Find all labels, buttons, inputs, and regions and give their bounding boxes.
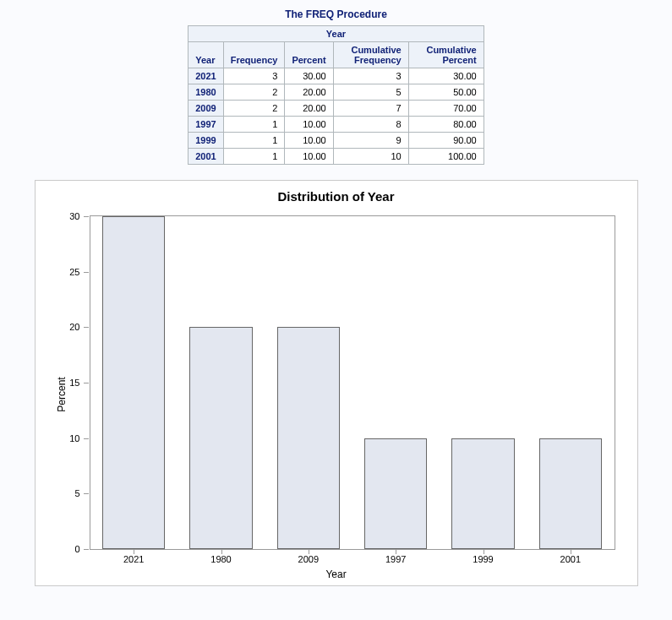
cell-freq: 1 xyxy=(223,117,285,133)
cell-pct: 20.00 xyxy=(285,84,333,101)
table-row: 1999110.00990.00 xyxy=(188,133,484,149)
x-tick-label: 2001 xyxy=(560,554,581,564)
cell-cfreq: 10 xyxy=(333,149,408,165)
cell-freq: 3 xyxy=(223,68,285,84)
y-tick xyxy=(84,493,89,494)
y-tick xyxy=(84,383,89,383)
cell-cpct: 70.00 xyxy=(408,101,484,117)
cell-year: 2021 xyxy=(188,68,223,84)
table-row: 2001110.0010100.00 xyxy=(188,149,484,165)
table-row: 2021330.00330.00 xyxy=(188,68,484,84)
y-axis-label: Percent xyxy=(55,377,67,411)
chart-title: Distribution of Year xyxy=(41,189,632,204)
x-axis-label: Year xyxy=(41,568,632,580)
table-row: 2009220.00770.00 xyxy=(188,101,484,117)
y-tick-label: 20 xyxy=(69,322,79,332)
cell-cpct: 80.00 xyxy=(408,117,484,133)
cell-cfreq: 5 xyxy=(333,84,408,101)
y-tick xyxy=(84,549,89,550)
cell-pct: 10.00 xyxy=(285,117,333,133)
y-tick xyxy=(84,438,89,439)
y-tick xyxy=(84,216,89,217)
chart-body: Percent 05101520253020211980200919971999… xyxy=(41,209,632,580)
y-tick-label: 30 xyxy=(69,211,79,221)
table-caption: Year xyxy=(188,26,484,42)
y-tick-label: 10 xyxy=(69,433,79,443)
table-row: 1997110.00880.00 xyxy=(188,117,484,133)
chart-panel: Distribution of Year Percent 05101520253… xyxy=(35,180,638,586)
col-percent: Percent xyxy=(285,42,333,68)
col-year: Year xyxy=(188,42,223,68)
cell-year: 1980 xyxy=(188,84,223,101)
bar xyxy=(364,438,427,549)
cell-freq: 2 xyxy=(223,84,285,101)
cell-freq: 1 xyxy=(223,133,285,149)
table-row: 1980220.00550.00 xyxy=(188,84,484,101)
freq-table: Year Year Frequency Percent Cumulative F… xyxy=(188,25,484,165)
cell-cpct: 100.00 xyxy=(408,149,484,165)
bar xyxy=(277,327,340,549)
cell-cfreq: 3 xyxy=(333,68,408,84)
plot-area: 051015202530202119802009199719992001 xyxy=(90,215,615,550)
cell-year: 2009 xyxy=(188,101,223,117)
cell-pct: 20.00 xyxy=(285,101,333,117)
bar xyxy=(539,438,602,549)
cell-cfreq: 8 xyxy=(333,117,408,133)
cell-cfreq: 7 xyxy=(333,101,408,117)
y-tick-label: 15 xyxy=(69,378,79,388)
cell-year: 1999 xyxy=(188,133,223,149)
cell-pct: 10.00 xyxy=(285,149,333,165)
cell-pct: 30.00 xyxy=(285,68,333,84)
cell-pct: 10.00 xyxy=(285,133,333,149)
cell-year: 1997 xyxy=(188,117,223,133)
y-tick-label: 5 xyxy=(74,488,79,498)
y-tick xyxy=(84,272,89,273)
cell-year: 2001 xyxy=(188,149,223,165)
cell-cpct: 30.00 xyxy=(408,68,484,84)
x-tick-label: 2021 xyxy=(123,554,144,564)
x-tick-label: 1997 xyxy=(385,554,406,564)
x-tick-label: 1980 xyxy=(210,554,231,564)
x-tick-label: 1999 xyxy=(473,554,493,564)
cell-cpct: 90.00 xyxy=(408,133,484,149)
cell-cfreq: 9 xyxy=(333,133,408,149)
table-header-row: Year Frequency Percent Cumulative Freque… xyxy=(188,42,484,68)
bar xyxy=(189,327,252,549)
cell-freq: 2 xyxy=(223,101,285,117)
page-title: The FREQ Procedure xyxy=(0,0,672,25)
y-tick-label: 25 xyxy=(69,267,79,277)
bar xyxy=(102,216,165,549)
col-cum-percent: Cumulative Percent xyxy=(408,42,484,68)
x-tick-label: 2009 xyxy=(298,554,319,564)
col-cum-frequency: Cumulative Frequency xyxy=(333,42,408,68)
col-frequency: Frequency xyxy=(223,42,285,68)
y-tick xyxy=(84,327,89,328)
cell-cpct: 50.00 xyxy=(408,84,484,101)
y-tick-label: 0 xyxy=(74,544,79,554)
cell-freq: 1 xyxy=(223,149,285,165)
bar xyxy=(451,438,514,549)
